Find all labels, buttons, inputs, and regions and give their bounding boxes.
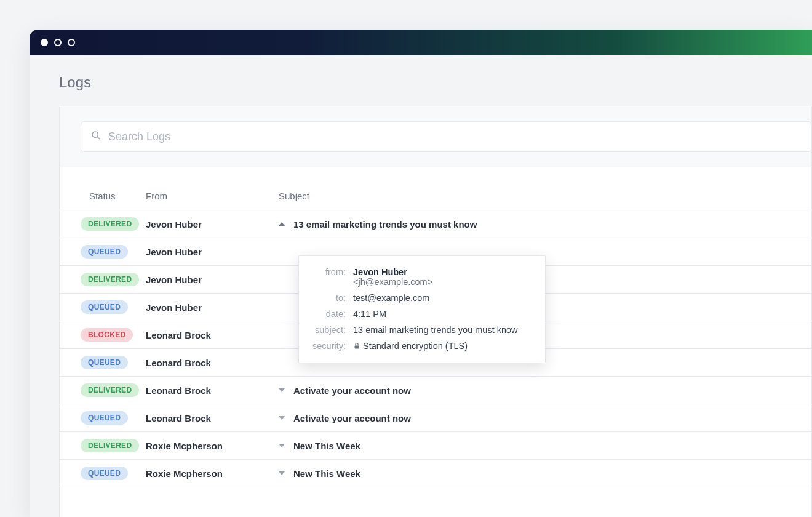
col-header-from[interactable]: From bbox=[146, 191, 275, 201]
svg-line-1 bbox=[97, 137, 100, 139]
popover-to: test@example.com bbox=[353, 293, 429, 303]
window-control-zoom[interactable] bbox=[68, 39, 75, 46]
subject-cell[interactable]: 13 email marketing trends you must know bbox=[279, 219, 811, 230]
lock-icon bbox=[353, 342, 360, 351]
subject-text: New This Week bbox=[293, 441, 360, 451]
window-control-minimize[interactable] bbox=[54, 39, 62, 46]
status-badge: BLOCKED bbox=[81, 328, 133, 342]
subject-cell[interactable]: Activate your account now bbox=[279, 413, 811, 423]
status-badge: DELIVERED bbox=[81, 439, 139, 452]
status-badge: DELIVERED bbox=[81, 273, 139, 286]
from-cell: Roxie Mcpherson bbox=[146, 468, 275, 479]
popover-subject: 13 email marketing trends you must know bbox=[353, 325, 518, 335]
from-cell: Leonard Brock bbox=[146, 358, 275, 368]
subject-text: Activate your account now bbox=[293, 385, 411, 396]
search-box[interactable] bbox=[81, 121, 811, 152]
from-cell: Jevon Huber bbox=[146, 219, 275, 230]
status-badge: DELIVERED bbox=[81, 383, 139, 397]
table-row[interactable]: DELIVEREDRoxie McphersonNew This Week bbox=[60, 432, 811, 460]
svg-point-0 bbox=[92, 132, 98, 137]
from-cell: Jevon Huber bbox=[146, 275, 275, 285]
from-cell: Leonard Brock bbox=[146, 330, 275, 340]
popover-from-name: Jevon Huber bbox=[353, 267, 432, 277]
subject-text: 13 email marketing trends you must know bbox=[293, 219, 477, 230]
svg-rect-2 bbox=[355, 346, 359, 349]
status-badge: QUEUED bbox=[81, 411, 128, 425]
page-title: Logs bbox=[59, 74, 812, 91]
logs-card: Status From Subject DELIVEREDJevon Huber… bbox=[59, 106, 812, 517]
search-input[interactable] bbox=[108, 130, 801, 143]
search-icon bbox=[91, 130, 101, 143]
status-badge: DELIVERED bbox=[81, 217, 139, 231]
col-header-subject[interactable]: Subject bbox=[275, 191, 811, 201]
subject-text: New This Week bbox=[293, 468, 360, 479]
popover-label-from: from: bbox=[310, 267, 353, 277]
table-row[interactable]: DELIVEREDLeonard BrockActivate your acco… bbox=[60, 377, 811, 404]
popover-label-to: to: bbox=[310, 293, 353, 303]
from-cell: Roxie Mcpherson bbox=[146, 441, 275, 451]
popover-label-subject: subject: bbox=[310, 325, 353, 335]
subject-text: Activate your account now bbox=[293, 413, 411, 423]
caret-down-icon[interactable] bbox=[279, 444, 285, 447]
status-badge: QUEUED bbox=[81, 356, 128, 369]
search-bar bbox=[60, 106, 811, 167]
status-badge: QUEUED bbox=[81, 467, 128, 480]
popover-label-security: security: bbox=[310, 341, 353, 351]
caret-down-icon[interactable] bbox=[279, 416, 285, 420]
popover-security: Standard encryption (TLS) bbox=[353, 341, 468, 351]
caret-down-icon[interactable] bbox=[279, 388, 285, 392]
status-badge: QUEUED bbox=[81, 245, 128, 258]
message-details-popover: from: Jevon Huber <jh@example.com> to: t… bbox=[298, 255, 546, 363]
table-row[interactable]: QUEUEDLeonard BrockActivate your account… bbox=[60, 404, 811, 432]
popover-date: 4:11 PM bbox=[353, 309, 386, 319]
subject-cell[interactable]: New This Week bbox=[279, 468, 811, 479]
table-row[interactable]: DELIVEREDJevon Huber13 email marketing t… bbox=[60, 210, 811, 238]
window-titlebar bbox=[30, 30, 812, 55]
from-cell: Leonard Brock bbox=[146, 413, 275, 423]
subject-cell[interactable]: Activate your account now bbox=[279, 385, 811, 396]
popover-label-date: date: bbox=[310, 309, 353, 319]
window-control-close[interactable] bbox=[41, 39, 48, 46]
popover-from-email: <jh@example.com> bbox=[353, 277, 432, 287]
table-header: Status From Subject bbox=[60, 167, 811, 210]
table-row[interactable]: QUEUEDRoxie McphersonNew This Week bbox=[60, 460, 811, 487]
app-window: Logs Status From bbox=[30, 30, 812, 517]
caret-down-icon[interactable] bbox=[279, 471, 285, 475]
from-cell: Jevon Huber bbox=[146, 247, 275, 257]
caret-up-icon[interactable] bbox=[279, 222, 285, 226]
subject-cell[interactable]: New This Week bbox=[279, 441, 811, 451]
from-cell: Jevon Huber bbox=[146, 302, 275, 313]
from-cell: Leonard Brock bbox=[146, 385, 275, 396]
status-badge: QUEUED bbox=[81, 300, 128, 314]
col-header-status[interactable]: Status bbox=[60, 191, 146, 201]
